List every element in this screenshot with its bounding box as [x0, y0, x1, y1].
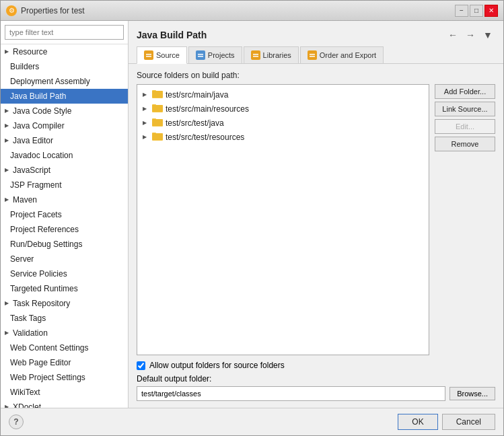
sidebar-item-label: Service Policies	[10, 268, 67, 280]
svg-rect-2	[146, 56, 151, 57]
remove-button[interactable]: Remove	[435, 137, 495, 151]
expand-arrow-icon: ▶	[5, 164, 9, 176]
tree-arrow-icon: ▶	[143, 106, 149, 112]
sidebar-item-jsp-fragment[interactable]: JSP Fragment	[1, 178, 128, 192]
expand-arrow-icon: ▶	[5, 297, 9, 310]
forward-button[interactable]: →	[463, 28, 478, 42]
tree-item-src-test-resources[interactable]: ▶test/src/test/resources	[140, 130, 426, 144]
browse-button[interactable]: Browse...	[449, 387, 495, 400]
folder-icon	[152, 131, 163, 143]
sidebar-item-label: Javadoc Location	[10, 149, 73, 161]
source-tree-area: ▶test/src/main/java▶test/src/main/resour…	[137, 84, 495, 355]
sidebar-item-java-compiler[interactable]: ▶Java Compiler	[1, 118, 128, 133]
svg-rect-17	[152, 105, 163, 112]
sidebar-item-label: Run/Debug Settings	[10, 238, 82, 250]
tree-item-label: test/src/main/resources	[166, 104, 249, 114]
dropdown-button[interactable]: ▼	[480, 28, 495, 42]
folder-icon	[152, 103, 163, 114]
sidebar-item-label: Resource	[13, 46, 47, 58]
allow-output-checkbox[interactable]	[137, 361, 145, 370]
source-section-label: Source folders on build path:	[137, 71, 495, 80]
sidebar-item-label: Project References	[10, 223, 79, 235]
sidebar-item-label: Web Project Settings	[10, 371, 85, 384]
sidebar-item-targeted-runtimes[interactable]: Targeted Runtimes	[1, 281, 128, 296]
title-bar: ⚙ Properties for test − □ ✕	[1, 1, 503, 21]
expand-arrow-icon: ▶	[5, 120, 9, 132]
minimize-button[interactable]: −	[455, 5, 468, 17]
tree-item-src-main-resources[interactable]: ▶test/src/main/resources	[140, 102, 426, 116]
svg-rect-5	[198, 56, 203, 57]
allow-output-label: Allow output folders for source folders	[149, 361, 285, 370]
sidebar-item-deployment-assembly[interactable]: Deployment Assembly	[1, 74, 128, 89]
sidebar-item-label: Web Page Editor	[10, 357, 71, 369]
tab-source[interactable]: Source	[137, 46, 187, 64]
edit-button[interactable]: Edit...	[435, 119, 495, 134]
panel-toolbar: ← → ▼	[445, 28, 495, 42]
tree-item-src-test-java[interactable]: ▶test/src/test/java	[140, 116, 426, 130]
sidebar-item-task-repository[interactable]: ▶Task Repository	[1, 296, 128, 311]
help-button[interactable]: ?	[9, 414, 24, 429]
window-controls: − □ ✕	[455, 5, 498, 17]
sidebar-item-server[interactable]: Server	[1, 252, 128, 266]
link-source-button[interactable]: Link Source...	[435, 102, 495, 116]
source-tab-label: Source	[156, 51, 180, 59]
add-folder-button[interactable]: Add Folder...	[435, 84, 495, 99]
tab-libraries[interactable]: Libraries	[244, 46, 299, 63]
sidebar-item-validation[interactable]: ▶Validation	[1, 326, 128, 340]
svg-rect-1	[146, 54, 151, 55]
svg-rect-3	[196, 50, 205, 60]
svg-rect-7	[253, 54, 258, 55]
sidebar-item-maven[interactable]: ▶Maven	[1, 192, 128, 207]
maximize-button[interactable]: □	[470, 5, 483, 17]
sidebar-item-resource[interactable]: ▶Resource	[1, 44, 128, 59]
sidebar-item-label: Builders	[10, 61, 39, 73]
sidebar-item-label: Deployment Assembly	[10, 75, 90, 87]
output-folder-input[interactable]	[137, 386, 445, 401]
svg-rect-10	[310, 54, 315, 55]
app-icon: ⚙	[6, 5, 17, 16]
ok-button[interactable]: OK	[398, 414, 437, 430]
sidebar-item-web-page-editor[interactable]: Web Page Editor	[1, 355, 128, 370]
sidebar-item-builders[interactable]: Builders	[1, 59, 128, 74]
footer-right: OK Cancel	[398, 414, 495, 430]
side-buttons: Add Folder... Link Source... Edit... Rem…	[435, 84, 495, 355]
dialog-footer: ? OK Cancel	[1, 408, 503, 435]
source-tab-icon	[144, 50, 153, 60]
sidebar-item-java-editor[interactable]: ▶Java Editor	[1, 133, 128, 148]
sidebar-item-run-debug-settings[interactable]: Run/Debug Settings	[1, 237, 128, 252]
default-output-row: Default output folder:	[137, 374, 495, 384]
output-input-row: Browse...	[137, 386, 495, 401]
sidebar-item-label: Java Compiler	[13, 120, 65, 132]
sidebar-item-project-references[interactable]: Project References	[1, 222, 128, 237]
source-tree: ▶test/src/main/java▶test/src/main/resour…	[137, 84, 429, 355]
sidebar-item-java-code-style[interactable]: ▶Java Code Style	[1, 104, 128, 118]
sidebar-item-javascript[interactable]: ▶JavaScript	[1, 163, 128, 178]
sidebar-item-label: Maven	[13, 194, 37, 206]
back-button[interactable]: ←	[445, 28, 460, 42]
svg-rect-14	[152, 91, 163, 98]
sidebar-item-web-project-settings[interactable]: Web Project Settings	[1, 370, 128, 385]
sidebar-item-wikitext[interactable]: WikiText	[1, 385, 128, 400]
right-panel: Java Build Path ← → ▼ SourceProjectsLibr…	[129, 21, 503, 408]
sidebar-item-label: Server	[10, 253, 34, 265]
sidebar-item-project-facets[interactable]: Project Facets	[1, 207, 128, 222]
sidebar-item-javadoc-location[interactable]: Javadoc Location	[1, 148, 128, 163]
tab-projects[interactable]: Projects	[188, 46, 242, 63]
folder-icon	[152, 89, 163, 100]
sidebar-item-xdoclet[interactable]: ▶XDoclet	[1, 400, 128, 408]
tree-item-src-main-java[interactable]: ▶test/src/main/java	[140, 87, 426, 102]
sidebar: ▶ResourceBuildersDeployment AssemblyJava…	[1, 21, 129, 408]
tree-item-label: test/src/main/java	[166, 90, 228, 100]
filter-input[interactable]	[5, 25, 124, 40]
sidebar-item-service-policies[interactable]: Service Policies	[1, 266, 128, 281]
svg-rect-6	[251, 50, 260, 60]
sidebar-item-java-build-path[interactable]: Java Build Path	[1, 89, 128, 104]
sidebar-item-web-content-settings[interactable]: Web Content Settings	[1, 340, 128, 355]
sidebar-item-task-tags[interactable]: Task Tags	[1, 311, 128, 326]
tab-order-export[interactable]: Order and Export	[300, 46, 384, 63]
close-button[interactable]: ✕	[484, 5, 498, 17]
projects-tab-icon	[196, 50, 205, 60]
cancel-button[interactable]: Cancel	[442, 414, 495, 430]
window-title: Properties for test	[21, 6, 85, 15]
tree-arrow-icon: ▶	[143, 120, 149, 126]
